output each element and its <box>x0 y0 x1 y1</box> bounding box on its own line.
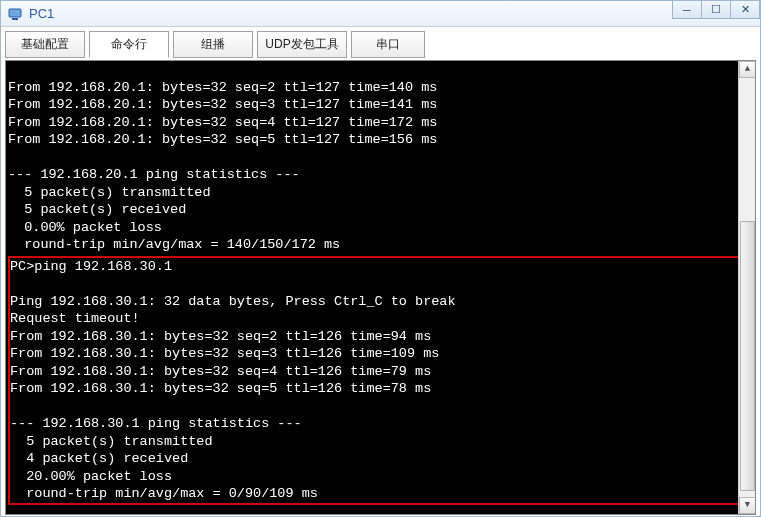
terminal-line: From 192.168.30.1: bytes=32 seq=2 ttl=12… <box>10 329 431 344</box>
tab-udp-tool[interactable]: UDP发包工具 <box>257 31 347 58</box>
terminal-line: Request timeout! <box>10 311 140 326</box>
app-icon <box>7 6 23 22</box>
content-area: 基础配置 命令行 组播 UDP发包工具 串口 From 192.168.20.1… <box>1 27 760 517</box>
terminal-line: Ping 192.168.30.1: 32 data bytes, Press … <box>10 294 456 309</box>
terminal-output-block1: From 192.168.20.1: bytes=32 seq=2 ttl=12… <box>8 79 753 254</box>
scroll-down-button[interactable]: ▼ <box>739 497 756 514</box>
terminal-line: From 192.168.20.1: bytes=32 seq=4 ttl=12… <box>8 115 437 130</box>
terminal-line: --- 192.168.20.1 ping statistics --- <box>8 167 300 182</box>
scroll-up-button[interactable]: ▲ <box>739 61 756 78</box>
minimize-button[interactable]: ─ <box>672 1 702 19</box>
scroll-thumb[interactable] <box>740 221 755 491</box>
close-button[interactable]: ✕ <box>730 1 760 19</box>
terminal-line: 5 packet(s) transmitted <box>10 434 213 449</box>
terminal-line: From 192.168.30.1: bytes=32 seq=4 ttl=12… <box>10 364 431 379</box>
maximize-button[interactable]: ☐ <box>701 1 731 19</box>
window-title: PC1 <box>29 6 54 21</box>
terminal-line: From 192.168.30.1: bytes=32 seq=5 ttl=12… <box>10 381 431 396</box>
scrollbar[interactable]: ▲ ▼ <box>738 61 755 514</box>
title-bar: PC1 ─ ☐ ✕ <box>1 1 760 27</box>
terminal-line: --- 192.168.30.1 ping statistics --- <box>10 416 302 431</box>
tab-bar: 基础配置 命令行 组播 UDP发包工具 串口 <box>5 31 756 58</box>
terminal-line: 0.00% packet loss <box>8 220 162 235</box>
terminal-line: 4 packet(s) received <box>10 451 188 466</box>
terminal-line: From 192.168.20.1: bytes=32 seq=5 ttl=12… <box>8 132 437 147</box>
tab-multicast[interactable]: 组播 <box>173 31 253 58</box>
terminal-line: round-trip min/avg/max = 0/90/109 ms <box>10 486 318 501</box>
tab-basic-config[interactable]: 基础配置 <box>5 31 85 58</box>
svg-rect-1 <box>12 18 18 20</box>
terminal-line: From 192.168.20.1: bytes=32 seq=2 ttl=12… <box>8 80 437 95</box>
terminal-line: 20.00% packet loss <box>10 469 172 484</box>
terminal[interactable]: From 192.168.20.1: bytes=32 seq=2 ttl=12… <box>5 60 756 515</box>
tab-serial[interactable]: 串口 <box>351 31 425 58</box>
svg-rect-0 <box>9 9 21 17</box>
terminal-line: From 192.168.20.1: bytes=32 seq=3 ttl=12… <box>8 97 437 112</box>
terminal-line: 5 packet(s) transmitted <box>8 185 211 200</box>
tab-command-line[interactable]: 命令行 <box>89 31 169 58</box>
highlight-box: PC>ping 192.168.30.1 Ping 192.168.30.1: … <box>8 256 753 505</box>
terminal-line: From 192.168.30.1: bytes=32 seq=3 ttl=12… <box>10 346 439 361</box>
terminal-line: PC>ping 192.168.30.1 <box>10 259 172 274</box>
terminal-line: 5 packet(s) received <box>8 202 186 217</box>
window-controls: ─ ☐ ✕ <box>673 1 760 19</box>
terminal-line: round-trip min/avg/max = 140/150/172 ms <box>8 237 340 252</box>
